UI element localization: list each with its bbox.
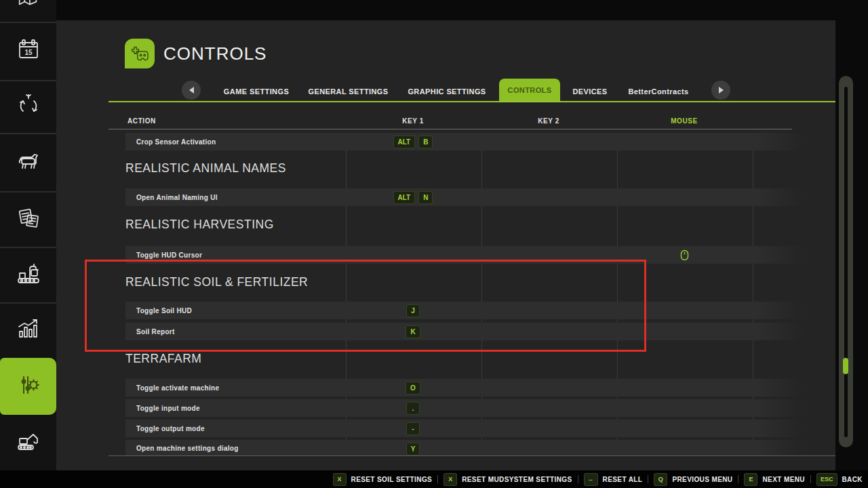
page-title: CONTROLS (163, 43, 267, 64)
tab-game-settings[interactable]: GAME SETTINGS (219, 84, 294, 99)
binding-row-toggle-activate-machine[interactable]: Toggle activate machine O (125, 379, 804, 396)
key-badge[interactable]: ALT (393, 191, 416, 204)
tab-label: GAME SETTINGS (224, 87, 289, 96)
sidebar-item-crop-rotation[interactable] (0, 81, 56, 133)
mod-settings-icon (15, 371, 42, 401)
tab-label: BetterContracts (628, 87, 688, 96)
scrollbar-thumb[interactable] (843, 358, 848, 374)
tab-label: DEVICES (572, 87, 607, 96)
map-icon (16, 0, 41, 12)
key-badge[interactable]: K (406, 325, 420, 338)
sidebar-item-map[interactable] (0, 0, 56, 22)
tab-label: CONTROLS (508, 86, 552, 94)
key-badge[interactable]: ALT (393, 136, 416, 148)
key-badge[interactable]: B (418, 136, 433, 148)
left-arrow-icon (189, 87, 194, 94)
crop-rotation-icon (15, 92, 42, 122)
action-label: Open Animal Naming UI (136, 194, 218, 201)
section-title-terrafarm: TERRAFARM (125, 352, 201, 366)
bar-chart-icon (15, 315, 42, 345)
column-header-mouse: MOUSE (644, 117, 725, 125)
binding-row-soil-report[interactable]: Soil Report K (125, 323, 804, 340)
action-bar-label: RESET MUDSYSTEM SETTINGS (462, 476, 572, 483)
next-menu-button[interactable]: E NEXT MENU (744, 473, 805, 486)
calendar-icon: 15 (15, 37, 42, 66)
table-bottom-divider (108, 455, 835, 456)
key-badge: ESC (816, 473, 837, 486)
scrollbar-track[interactable] (844, 87, 848, 437)
key-badge[interactable]: N (418, 191, 433, 204)
reset-all-button[interactable]: ↔ RESET ALL (584, 473, 643, 486)
action-bar-label: NEXT MENU (762, 476, 805, 483)
tab-scroll-left-button[interactable] (182, 81, 201, 100)
tab-scroll-right-button[interactable] (711, 81, 730, 100)
back-button[interactable]: ESC BACK (816, 473, 863, 486)
papers-icon (15, 205, 42, 235)
divider (738, 475, 738, 483)
action-bar-label: RESET SOIL SETTINGS (351, 476, 433, 483)
key-badge[interactable]: O (406, 382, 420, 394)
previous-menu-button[interactable]: Q PREVIOUS MENU (654, 473, 732, 486)
main-panel: CONTROLS GAME SETTINGS GENERAL SETTINGS … (56, 20, 835, 470)
key-badge[interactable]: - (406, 422, 420, 435)
section-title-realistic-harvesting: REALISTIC HARVESTING (125, 218, 274, 232)
binding-row-open-machine-settings-dialog[interactable]: Open machine settings dialog Y (125, 440, 804, 455)
tab-label: GRAPHIC SETTINGS (408, 87, 486, 96)
sidebar-item-mod-settings[interactable] (0, 358, 56, 415)
tab-label: GENERAL SETTINGS (308, 87, 388, 96)
right-arrow-icon (719, 87, 724, 94)
sidebar-item-calendar[interactable]: 15 (0, 23, 56, 80)
action-label: Toggle Soil HUD (136, 307, 192, 314)
gamepad-icon (129, 43, 151, 64)
action-label: Toggle input mode (136, 405, 200, 412)
sidebar: 15 (0, 0, 56, 470)
mouse-icon (680, 249, 689, 261)
tab-controls[interactable]: CONTROLS (499, 79, 560, 102)
tab-general-settings[interactable]: GENERAL SETTINGS (306, 84, 391, 99)
binding-row-toggle-hud-cursor[interactable]: Toggle HUD Cursor (125, 246, 804, 264)
action-label: Soil Report (136, 328, 175, 336)
reset-soil-settings-button[interactable]: X RESET SOIL SETTINGS (333, 473, 433, 486)
sidebar-item-statistics[interactable] (0, 304, 56, 357)
sidebar-item-contracts[interactable] (0, 192, 56, 247)
excavator-icon (15, 428, 42, 458)
binding-row-toggle-input-mode[interactable]: Toggle input mode . (125, 399, 804, 417)
binding-row-open-animal-naming-ui[interactable]: Open Animal Naming UI ALTN (125, 188, 804, 206)
key-badge[interactable]: . (406, 402, 420, 415)
divider (437, 475, 438, 483)
key-badge[interactable]: Y (406, 443, 420, 455)
tab-underline (108, 101, 835, 102)
tab-graphic-settings[interactable]: GRAPHIC SETTINGS (406, 84, 488, 99)
sidebar-item-production[interactable] (0, 248, 56, 302)
binding-row-toggle-output-mode[interactable]: Toggle output mode - (125, 420, 804, 437)
calendar-day-number: 15 (24, 49, 33, 56)
divider (648, 475, 648, 483)
binding-row-toggle-soil-hud[interactable]: Toggle Soil HUD J (125, 302, 804, 319)
key-badge: Q (654, 473, 667, 486)
action-label: Crop Sensor Activation (136, 138, 216, 146)
tab-bettercontracts[interactable]: BetterContracts (621, 84, 696, 99)
reset-mudsystem-settings-button[interactable]: X RESET MUDSYSTEM SETTINGS (443, 473, 572, 486)
action-label: Toggle HUD Cursor (136, 251, 202, 259)
key-badge: X (443, 473, 457, 486)
column-header-key2: KEY 2 (508, 117, 589, 125)
column-header-key1: KEY 1 (372, 117, 454, 125)
double-arrow-key-icon: ↔ (584, 473, 598, 486)
cow-icon (15, 148, 42, 178)
binding-row-crop-sensor-activation[interactable]: Crop Sensor Activation ALTB (125, 133, 804, 150)
tab-devices[interactable]: DEVICES (566, 84, 614, 99)
key-badge: X (333, 473, 347, 486)
bottom-action-bar: X RESET SOIL SETTINGS X RESET MUDSYSTEM … (0, 470, 868, 488)
action-bar-label: BACK (842, 476, 863, 483)
key-badge[interactable]: J (406, 304, 420, 317)
key-badge: E (744, 473, 757, 486)
divider (578, 475, 578, 483)
action-label: Toggle output mode (136, 425, 205, 432)
divider (810, 475, 811, 483)
sidebar-item-animals[interactable] (0, 134, 56, 191)
header-divider (108, 129, 792, 129)
section-title-realistic-soil-fertilizer: REALISTIC SOIL & FERTILIZER (125, 275, 308, 289)
sidebar-item-construction[interactable] (0, 416, 56, 470)
production-line-icon (15, 260, 42, 290)
action-bar-label: PREVIOUS MENU (672, 476, 732, 483)
